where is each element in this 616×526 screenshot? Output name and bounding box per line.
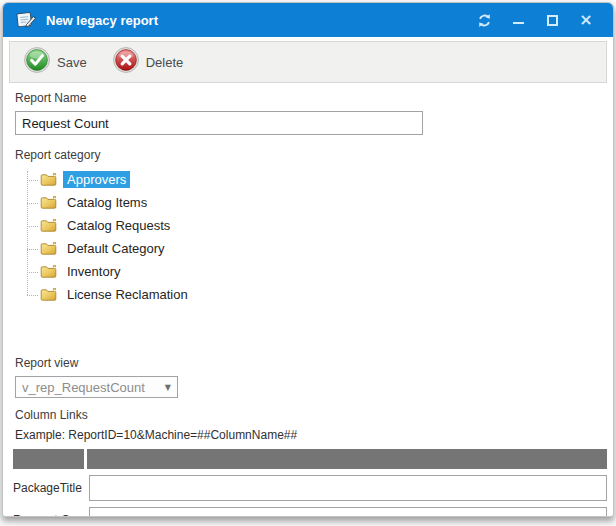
table-header-cell	[13, 449, 84, 469]
maximize-icon[interactable]	[535, 7, 569, 33]
tree-item[interactable]: Catalog Requests	[27, 214, 601, 237]
tree-item-label: Catalog Requests	[63, 217, 174, 234]
tree-item[interactable]: Approvers	[27, 168, 601, 191]
save-label: Save	[57, 55, 87, 70]
report-name-label: Report Name	[15, 91, 601, 105]
toolbar: Save Delete	[9, 41, 607, 83]
dialog-window: New legacy report ×	[2, 2, 614, 517]
delete-label: Delete	[146, 55, 184, 70]
tree-item-label: Catalog Items	[63, 194, 151, 211]
minimize-icon[interactable]	[501, 7, 535, 33]
folder-icon	[40, 218, 58, 233]
report-view-value: v_rep_RequestCount	[22, 380, 161, 395]
table-header	[13, 449, 607, 469]
tree-item-label: Inventory	[63, 263, 124, 280]
window-title: New legacy report	[46, 13, 467, 28]
folder-icon	[40, 195, 58, 210]
column-row-label: Request Count	[13, 513, 89, 517]
tree-item[interactable]: Inventory	[27, 260, 601, 283]
save-button[interactable]: Save	[20, 45, 91, 79]
table-header-cell	[87, 449, 607, 469]
tree-item-label: License Reclamation	[63, 286, 192, 303]
column-row-label: PackageTitle	[13, 481, 89, 495]
report-category-label: Report category	[15, 148, 601, 162]
titlebar: New legacy report ×	[3, 3, 613, 37]
tree-item[interactable]: Default Category	[27, 237, 601, 260]
category-tree: Approvers Catalog Items Catalog Requests…	[27, 168, 601, 306]
chevron-down-icon: ▼	[165, 383, 171, 392]
report-view-label: Report view	[15, 356, 601, 370]
column-links-example: Example: ReportID=10&Machine=##ColumnNam…	[15, 428, 601, 442]
close-icon[interactable]: ×	[569, 7, 603, 33]
column-link-input[interactable]	[89, 475, 607, 501]
column-link-input[interactable]	[89, 507, 607, 517]
tree-item[interactable]: License Reclamation	[27, 283, 601, 306]
table-row: PackageTitle	[13, 475, 607, 501]
column-links-table: PackageTitle Request Count	[13, 449, 607, 517]
delete-button[interactable]: Delete	[109, 45, 188, 79]
folder-icon	[40, 241, 58, 256]
tree-item[interactable]: Catalog Items	[27, 191, 601, 214]
window-controls: ×	[467, 7, 603, 33]
form-content: Report Name Report category Approvers Ca…	[3, 83, 613, 517]
report-name-input[interactable]	[15, 111, 423, 135]
tree-item-label: Approvers	[63, 171, 130, 188]
refresh-icon[interactable]	[467, 7, 501, 33]
folder-icon	[40, 264, 58, 279]
delete-x-icon	[113, 47, 139, 77]
save-check-icon	[24, 47, 50, 77]
report-view-select[interactable]: v_rep_RequestCount ▼	[15, 376, 178, 398]
notepad-pencil-icon	[15, 10, 37, 30]
tree-item-label: Default Category	[63, 240, 169, 257]
column-links-label: Column Links	[15, 408, 601, 422]
folder-icon	[40, 287, 58, 302]
table-row: Request Count	[13, 507, 607, 517]
folder-icon	[40, 172, 58, 187]
